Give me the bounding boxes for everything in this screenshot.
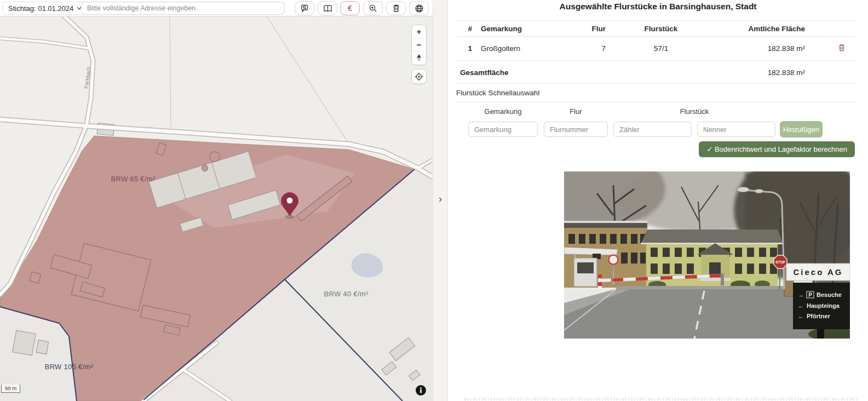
add-flurstueck-button[interactable]: Hinzufügen — [780, 121, 823, 138]
delete-row-button[interactable] — [838, 43, 846, 54]
marker-search-button[interactable] — [295, 1, 314, 15]
locate-target-icon — [415, 72, 423, 81]
zaehler-input[interactable] — [613, 122, 692, 137]
sign-badge-p: P — [808, 292, 812, 298]
attribution-info-button[interactable] — [416, 385, 426, 396]
cell-gemarkung: Großgoltern — [472, 44, 565, 53]
sign-line-2: Haupteinga — [807, 302, 840, 309]
flurstueck-panel: Ausgewählte Flurstücke in Barsinghausen,… — [448, 0, 868, 401]
location-photo: STOP Cieco AG → P Besuche ← Haupteinga ←… — [564, 171, 850, 339]
geolocate-button[interactable] — [411, 69, 427, 84]
col-header-gemarkung: Gemarkung — [472, 25, 565, 33]
gemarkung-label: Gemarkung — [468, 107, 538, 118]
map-toolbar: Stichtag: 01.01.2024 € — [0, 0, 433, 16]
cell-flaeche: 182.838 m² — [708, 44, 828, 53]
map-svg[interactable]: Parkbach BRW 65 €/m² BRW 40 €/m² BRW 105… — [0, 16, 433, 401]
page-title-city: Barsinghausen, Stadt — [669, 2, 756, 11]
compass-needle-icon — [416, 54, 422, 62]
app: Stichtag: 01.01.2024 € — [0, 0, 868, 401]
cell-flur: 7 — [565, 44, 614, 53]
clipped-footer-text — [464, 398, 859, 400]
magnifier-plus-icon — [369, 4, 378, 13]
map-zoom-controls: + − — [411, 25, 427, 65]
sign-title: Cieco AG — [794, 267, 843, 277]
globe-icon — [415, 4, 424, 13]
book-icon — [323, 4, 332, 13]
sign-line-1: Besuche — [817, 291, 842, 298]
col-header-flaeche: Amtliche Fläche — [708, 25, 828, 33]
col-header-flur: Flur — [565, 25, 614, 33]
quickselect-form: Gemarkung Flur Flurstück Hinzufügen — [448, 107, 868, 140]
basemap-globe-button[interactable] — [409, 1, 429, 15]
sign-line-3: Pförtner — [807, 313, 831, 319]
photo-svg: STOP Cieco AG → P Besuche ← Haupteinga ←… — [564, 171, 850, 339]
col-header-num: # — [457, 25, 472, 33]
col-header-flurstueck: Flurstück — [614, 25, 708, 33]
total-row: Gesamtfläche 182.838 m² — [457, 62, 855, 84]
marker-search-icon — [300, 4, 309, 13]
stichtag-label: Stichtag: 01.01.2024 — [8, 4, 73, 13]
sign-arrow-2: ← — [798, 302, 804, 309]
table-header-row: # Gemarkung Flur Flurstück Amtliche Fläc… — [457, 20, 855, 37]
trash-icon — [392, 4, 400, 13]
zoom-search-button[interactable] — [363, 1, 383, 15]
marker-pin-dot — [287, 198, 293, 204]
center-building — [641, 230, 783, 289]
cell-num: 1 — [457, 44, 472, 53]
flurstueck-table: # Gemarkung Flur Flurstück Amtliche Fläc… — [457, 20, 855, 61]
flur-label: Flur — [544, 107, 608, 118]
euro-icon: € — [348, 4, 352, 13]
total-value: 182.838 m² — [708, 68, 828, 77]
clear-trash-button[interactable] — [386, 1, 406, 15]
trash-icon — [838, 43, 846, 52]
total-label: Gesamtfläche — [457, 68, 708, 77]
stichtag-dropdown[interactable]: Stichtag: 01.01.2024 — [2, 2, 87, 15]
map-canvas[interactable]: Parkbach BRW 65 €/m² BRW 40 €/m² BRW 105… — [0, 16, 433, 401]
brw40-label: BRW 40 €/m² — [324, 290, 368, 298]
zoom-out-button[interactable]: − — [412, 38, 426, 51]
panel-collapse-handle[interactable]: › — [433, 192, 447, 206]
sign-arrow-1: → — [798, 291, 804, 298]
info-icon — [419, 387, 422, 393]
calculate-brw-button[interactable]: ✓ Bodenrichtwert und Lagefaktor berechne… — [699, 141, 855, 157]
company-sign: Cieco AG → P Besuche ← Haupteinga ← Pför… — [786, 263, 850, 339]
page-title-prefix: Ausgewählte Flurstücke in — [559, 2, 666, 11]
nenner-input[interactable] — [697, 122, 775, 137]
sign-arrow-3: ← — [798, 313, 804, 319]
zoom-in-button[interactable]: + — [412, 25, 426, 38]
map-scale-bar: 50 m — [1, 385, 20, 393]
flurnummer-input[interactable] — [544, 122, 608, 137]
stop-sign-text: STOP — [775, 260, 785, 264]
page-title: Ausgewählte Flurstücke in Barsinghausen,… — [448, 2, 868, 12]
cell-flurstueck: 57/1 — [614, 44, 708, 53]
layers-book-button[interactable] — [318, 1, 337, 15]
address-search-input[interactable] — [81, 2, 285, 15]
quickselect-section-title: Flurstück Schnellauswahl — [456, 84, 855, 102]
gemarkung-input[interactable] — [468, 122, 538, 137]
brw-euro-button[interactable]: € — [340, 1, 360, 15]
brw105-label: BRW 105 €/m² — [45, 363, 94, 371]
table-row: 1 Großgoltern 7 57/1 182.838 m² — [457, 37, 855, 61]
panel-divider: › — [433, 0, 448, 401]
brw65-label: BRW 65 €/m² — [111, 175, 155, 183]
flurstueck-label: Flurstück — [613, 107, 775, 118]
compass-button[interactable] — [412, 51, 426, 65]
